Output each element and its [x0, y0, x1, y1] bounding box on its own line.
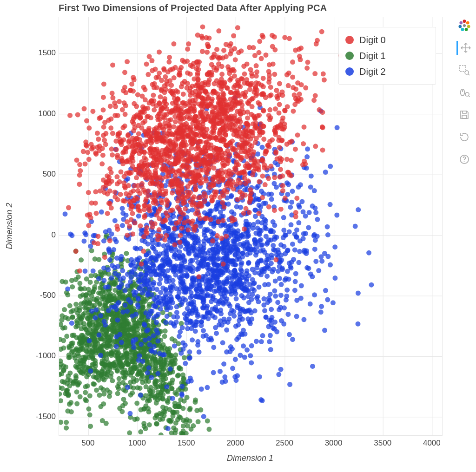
- svg-point-4667: [162, 152, 167, 157]
- svg-point-2528: [145, 242, 151, 247]
- svg-point-3578: [154, 85, 159, 90]
- svg-point-4416: [150, 82, 155, 87]
- svg-point-4839: [191, 61, 196, 66]
- svg-point-856: [124, 251, 129, 256]
- svg-point-1840: [291, 257, 296, 262]
- svg-point-2357: [272, 288, 277, 294]
- svg-point-4725: [128, 206, 133, 211]
- svg-point-4844: [171, 41, 176, 46]
- svg-point-4693: [146, 128, 151, 133]
- svg-point-736: [94, 387, 99, 393]
- svg-point-4780: [249, 81, 254, 86]
- svg-point-1761: [238, 353, 243, 358]
- bokeh-logo-icon[interactable]: [457, 19, 471, 33]
- svg-point-1291: [115, 352, 120, 357]
- svg-point-3540: [284, 157, 290, 162]
- pan-tool[interactable]: [456, 41, 473, 55]
- svg-point-2869: [114, 256, 119, 261]
- svg-point-4709: [271, 61, 276, 66]
- svg-point-2807: [164, 279, 169, 284]
- legend-item-1[interactable]: Digit 1: [345, 48, 429, 64]
- svg-point-2462: [308, 272, 313, 277]
- svg-point-1509: [241, 328, 246, 333]
- svg-point-4740: [97, 116, 102, 121]
- svg-point-4459: [249, 71, 254, 76]
- svg-point-1370: [79, 343, 84, 348]
- legend-item-0[interactable]: Digit 0: [345, 32, 429, 48]
- svg-point-1303: [154, 413, 159, 419]
- svg-point-3069: [264, 315, 269, 320]
- svg-point-4707: [190, 98, 195, 103]
- svg-point-2032: [292, 288, 298, 293]
- svg-point-4865: [216, 121, 221, 126]
- svg-point-754: [205, 419, 210, 424]
- svg-point-3773: [178, 240, 183, 245]
- svg-point-2687: [231, 314, 237, 319]
- svg-point-4428: [228, 97, 233, 102]
- svg-point-2917: [228, 259, 233, 264]
- svg-point-4162: [283, 108, 288, 113]
- svg-point-2795: [218, 269, 224, 274]
- svg-point-2657: [83, 232, 88, 237]
- wheelzoom-tool[interactable]: [457, 85, 471, 99]
- svg-point-3923: [238, 180, 243, 185]
- svg-point-4757: [215, 110, 220, 115]
- svg-point-3009: [255, 262, 260, 267]
- svg-point-4588: [130, 164, 135, 169]
- reset-tool[interactable]: [457, 130, 471, 144]
- svg-point-1308: [101, 371, 106, 376]
- svg-point-1821: [305, 146, 310, 151]
- svg-point-2933: [239, 233, 244, 238]
- svg-point-4702: [86, 125, 92, 131]
- svg-point-3792: [119, 169, 124, 174]
- svg-point-4653: [230, 127, 235, 132]
- svg-point-2641: [308, 302, 313, 307]
- svg-point-3553: [74, 157, 79, 163]
- svg-point-3016: [281, 244, 286, 249]
- svg-point-2412: [262, 250, 267, 255]
- svg-point-3018: [143, 338, 148, 343]
- svg-point-4223: [287, 36, 292, 41]
- svg-point-3297: [82, 106, 87, 111]
- svg-point-4171: [200, 35, 205, 40]
- svg-point-4868: [161, 166, 166, 171]
- svg-point-2957: [203, 293, 208, 298]
- svg-point-2847: [322, 328, 327, 333]
- help-tool[interactable]: [457, 152, 471, 166]
- svg-point-4880: [172, 108, 177, 113]
- svg-point-1342: [74, 359, 79, 364]
- legend[interactable]: Digit 0 Digit 1 Digit 2: [338, 27, 436, 85]
- svg-point-2159: [167, 238, 172, 243]
- svg-point-2460: [285, 312, 291, 317]
- svg-point-1973: [328, 164, 333, 169]
- svg-point-2765: [83, 269, 88, 274]
- svg-point-4698: [213, 90, 218, 95]
- legend-item-2[interactable]: Digit 2: [345, 64, 429, 79]
- svg-point-2842: [185, 306, 190, 311]
- svg-point-4105: [293, 210, 298, 215]
- svg-point-2966: [280, 266, 285, 271]
- svg-point-4820: [136, 131, 141, 137]
- save-tool[interactable]: [457, 108, 471, 122]
- svg-point-2759: [130, 314, 135, 319]
- svg-point-2530: [283, 277, 288, 282]
- svg-point-4054: [120, 107, 125, 112]
- svg-point-4493: [164, 124, 169, 129]
- svg-point-655: [134, 401, 139, 406]
- svg-point-2375: [257, 203, 262, 208]
- svg-point-4644: [125, 59, 130, 64]
- svg-point-4410: [125, 219, 130, 224]
- boxzoom-tool[interactable]: [457, 63, 471, 77]
- svg-point-4419: [145, 114, 151, 119]
- svg-point-2675: [230, 276, 235, 282]
- svg-point-4756: [141, 188, 146, 193]
- legend-dot-1: [345, 52, 354, 60]
- svg-point-3571: [277, 102, 282, 107]
- svg-point-4608: [149, 220, 154, 225]
- svg-point-886: [64, 426, 69, 431]
- svg-point-4212: [162, 67, 167, 72]
- svg-point-1084: [135, 327, 140, 332]
- svg-point-1535: [245, 347, 250, 353]
- svg-point-4503: [231, 33, 236, 39]
- svg-point-4609: [235, 25, 240, 30]
